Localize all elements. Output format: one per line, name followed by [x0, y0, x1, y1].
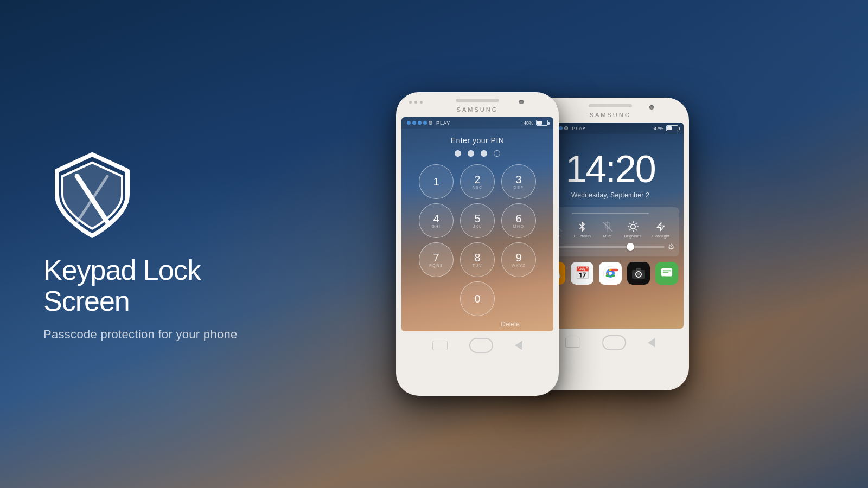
brightness-thumb — [627, 243, 634, 251]
time-value: 14:20 — [565, 148, 655, 190]
qs-brightness-row: ⚙ ⚙ — [546, 242, 675, 251]
phone-2-screen: PLAY 47% 14:20 — [537, 123, 684, 329]
svg-line-12 — [629, 229, 630, 230]
dot-2 — [414, 101, 417, 104]
status-right-1: 48% — [524, 120, 548, 126]
time-big: 14:20 — [537, 150, 684, 188]
svg-line-13 — [636, 223, 636, 224]
key-5[interactable]: 5 JKL — [460, 203, 495, 238]
page-container: Keypad Lock Screen Passcode protection f… — [0, 0, 868, 488]
flashlight-label: Flashlight — [652, 234, 669, 238]
app-chat[interactable] — [655, 262, 678, 285]
app-subtitle: Passcode protection for your phone — [43, 328, 238, 342]
brightness-label: Brightnes — [624, 234, 641, 238]
key-7[interactable]: 7 PQRS — [419, 242, 454, 277]
battery-icon-1 — [536, 120, 548, 126]
key-3[interactable]: 3 DEF — [501, 164, 536, 199]
phone-2-speaker — [589, 104, 632, 107]
phone-1-top — [396, 92, 559, 105]
time-display: 14:20 Wednesday, September 2 — [537, 134, 684, 202]
key-0[interactable]: 0 — [460, 281, 495, 316]
nav-home-1[interactable] — [469, 338, 493, 353]
app-chrome[interactable] — [599, 262, 622, 285]
signal-dot-3 — [418, 121, 422, 125]
nav-recent-1[interactable] — [432, 341, 448, 350]
battery-fill-1 — [537, 121, 542, 125]
nav-recent-2[interactable] — [565, 338, 580, 348]
shield-icon — [43, 146, 141, 244]
qs-settings-icon-right[interactable]: ⚙ — [668, 242, 675, 251]
battery-icon-2 — [666, 125, 678, 131]
status-left-1: PLAY — [407, 120, 450, 126]
qs-drag-handle — [572, 213, 649, 214]
key-6[interactable]: 6 MNO — [501, 203, 536, 238]
nav-back-2[interactable] — [648, 338, 655, 348]
screen-pin: PLAY 48% Enter your PIN — [401, 117, 553, 331]
phone-1-brand: SAMSUNG — [396, 105, 559, 117]
key-2[interactable]: 2 ABC — [460, 164, 495, 199]
phones-container: SAMSUNG PLAY — [396, 92, 689, 396]
keypad-row-2: 4 GHI 5 JKL 6 MNO — [419, 203, 536, 238]
phone-1-bottom — [396, 331, 559, 362]
phone-1-speaker — [456, 99, 499, 102]
qs-mute[interactable]: Mute — [602, 221, 614, 238]
key-9[interactable]: 9 WXYZ — [501, 242, 536, 277]
signal-dot-1 — [407, 121, 411, 125]
nav-home-2[interactable] — [602, 335, 626, 350]
pin-title: Enter your PIN — [451, 136, 505, 145]
svg-point-20 — [609, 272, 612, 275]
battery-percent-2: 47% — [654, 126, 663, 131]
status-bar-1: PLAY 48% — [401, 117, 553, 129]
status-play-1: PLAY — [436, 120, 450, 126]
svg-point-24 — [637, 273, 640, 276]
date-text: Wednesday, September 2 — [537, 191, 684, 199]
status-right-2: 47% — [654, 125, 678, 131]
status-bar-2: PLAY 47% — [537, 123, 684, 134]
signal-dot-5 — [429, 121, 432, 125]
key-8[interactable]: 8 TUV — [460, 242, 495, 277]
flashlight-icon — [655, 221, 667, 233]
dot-3 — [420, 101, 423, 104]
signal-dot-2 — [412, 121, 416, 125]
keypad-row-0: 0 — [460, 281, 495, 316]
phone-1-camera — [519, 100, 524, 104]
app-title: Keypad Lock Screen — [43, 255, 288, 317]
phone-2-camera — [649, 105, 654, 110]
phone-1: SAMSUNG PLAY — [396, 92, 559, 396]
svg-rect-23 — [636, 268, 641, 271]
qs-icons-row: Wifi Bluetooth — [546, 221, 675, 238]
pin-dots — [455, 150, 500, 157]
app-calendar[interactable]: 📅 — [571, 262, 593, 285]
app-icons-row: 📅 — [541, 262, 679, 285]
dot-1 — [409, 101, 412, 104]
battery-percent-1: 48% — [524, 120, 533, 126]
key-1[interactable]: 1 — [419, 164, 454, 199]
brightness-slider[interactable] — [556, 246, 665, 248]
svg-point-5 — [630, 224, 635, 229]
keypad-row-1: 1 2 ABC 3 DEF — [419, 164, 536, 199]
qs-brightness[interactable]: Brightnes — [624, 221, 641, 238]
quick-settings: Wifi Bluetooth — [541, 207, 679, 256]
mute-icon — [602, 221, 614, 233]
bluetooth-label: Bluetooth — [574, 234, 591, 238]
pin-dot-2 — [468, 150, 474, 157]
left-section: Keypad Lock Screen Passcode protection f… — [43, 146, 288, 342]
phone-2: SAMSUNG PLAY — [548, 98, 689, 390]
svg-line-9 — [636, 229, 636, 230]
pin-dot-3 — [481, 150, 487, 157]
pin-dot-1 — [455, 150, 461, 157]
bluetooth-icon — [576, 221, 588, 233]
qs-flashlight[interactable]: Flashlight — [652, 221, 669, 238]
delete-button[interactable]: Delete — [501, 320, 520, 328]
battery-fill-2 — [667, 126, 672, 130]
svg-line-8 — [629, 223, 630, 224]
nav-back-1[interactable] — [515, 341, 522, 350]
keypad-row-3: 7 PQRS 8 TUV 9 WXYZ — [419, 242, 536, 277]
key-4[interactable]: 4 GHI — [419, 203, 454, 238]
brightness-icon — [627, 221, 639, 233]
phone-1-body: SAMSUNG PLAY — [396, 92, 559, 396]
app-camera[interactable] — [627, 262, 650, 285]
qs-bluetooth[interactable]: Bluetooth — [574, 221, 591, 238]
phone-1-screen: PLAY 48% Enter your PIN — [401, 117, 553, 331]
svg-marker-14 — [657, 223, 665, 231]
